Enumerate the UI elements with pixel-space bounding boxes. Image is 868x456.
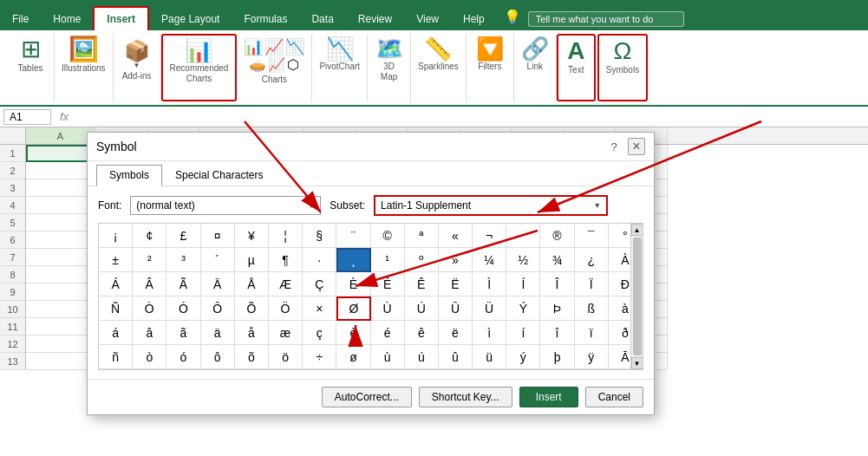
symbol-cell[interactable]: á <box>99 321 133 345</box>
symbol-cell[interactable]: ü <box>473 345 506 369</box>
symbol-cell[interactable]: § <box>303 224 336 248</box>
symbol-cell[interactable]: ô <box>201 345 235 369</box>
symbol-cell[interactable]: ® <box>540 224 574 248</box>
symbol-cell[interactable]: ê <box>405 321 439 345</box>
symbol-cell[interactable]: Ã <box>166 272 200 296</box>
group-filters[interactable]: 🔽 Filters <box>467 34 514 101</box>
symbol-cell[interactable]: Þ <box>540 296 574 321</box>
symbol-cell[interactable]: Ú <box>405 296 439 321</box>
symbol-cell[interactable]: ¶ <box>269 248 303 272</box>
symbol-cell[interactable]: þ <box>540 345 574 369</box>
shortcut-key-button[interactable]: Shortcut Key... <box>419 387 512 407</box>
symbol-cell[interactable]: Ä <box>201 272 235 296</box>
symbol-cell[interactable]: â <box>133 321 166 345</box>
symbol-cell[interactable]: ó <box>166 345 200 369</box>
symbol-cell[interactable]: ú <box>405 345 439 369</box>
symbol-cell[interactable]: Ü <box>473 296 506 321</box>
symbol-cell[interactable]: ï <box>575 321 609 345</box>
symbol-cell[interactable]: ë <box>439 321 473 345</box>
symbol-cell[interactable]: ³ <box>166 248 200 272</box>
symbol-cell[interactable]: È <box>336 272 370 296</box>
symbol-cell[interactable]: ¢ <box>133 224 166 248</box>
symbol-cell[interactable]: ò <box>133 345 166 369</box>
symbol-cell[interactable]: Ö <box>269 296 303 321</box>
tell-me-box[interactable]: Tell me what you want to do <box>528 11 684 27</box>
symbol-cell[interactable]: Ñ <box>99 296 133 321</box>
symbol-cell[interactable]: Á <box>99 272 133 296</box>
symbol-cell[interactable]: ÿ <box>575 345 609 369</box>
symbol-cell[interactable]: ù <box>371 345 405 369</box>
symbol-cell[interactable]: © <box>371 224 405 248</box>
group-pivotchart[interactable]: 📉 PivotChart <box>312 34 368 101</box>
symbol-cell[interactable]: Â <box>133 272 166 296</box>
cancel-button[interactable]: Cancel <box>585 387 643 407</box>
tab-help[interactable]: Help <box>451 8 497 30</box>
scrollbar-up-button[interactable]: ▲ <box>631 224 643 236</box>
close-button[interactable]: × <box>628 138 645 155</box>
symbol-cell[interactable]: Ê <box>405 272 439 296</box>
autocorrect-button[interactable]: AutoCorrect... <box>322 387 412 407</box>
symbol-cell[interactable]: Ù <box>371 296 405 321</box>
symbol-cell[interactable]: õ <box>235 345 269 369</box>
cell-reference-box[interactable]: A1 <box>3 109 51 125</box>
symbol-cell[interactable]: ä <box>201 321 235 345</box>
symbol-cell[interactable]: º <box>405 248 439 272</box>
group-link[interactable]: 🔗 Link <box>514 34 557 101</box>
symbol-cell[interactable]: æ <box>269 321 303 345</box>
tab-data[interactable]: Data <box>299 8 345 30</box>
symbol-cell[interactable]: ¨ <box>336 224 370 248</box>
group-charts[interactable]: 📊📈📉 🥧📈⬡ Charts <box>237 34 312 101</box>
cell-a7[interactable] <box>26 249 95 266</box>
symbol-cell[interactable]: ´ <box>201 248 235 272</box>
cell-a11[interactable] <box>26 318 95 335</box>
symbol-cell[interactable]: » <box>439 248 473 272</box>
symbol-cell[interactable]: Ç <box>303 272 336 296</box>
tab-file[interactable]: File <box>0 8 41 30</box>
symbol-cell[interactable]: Ì <box>473 272 506 296</box>
cell-a8[interactable] <box>26 266 95 283</box>
symbol-cell[interactable]: Ë <box>439 272 473 296</box>
symbol-cell[interactable]: ¹ <box>371 248 405 272</box>
symbol-cell[interactable]: Ô <box>201 296 235 321</box>
symbol-cell[interactable]: Í <box>506 272 540 296</box>
symbol-cell[interactable]: ± <box>99 248 133 272</box>
symbol-cell[interactable]: ñ <box>99 345 133 369</box>
group-3dmap[interactable]: 🗺️ 3DMap <box>368 34 411 101</box>
symbol-cell[interactable]: Ø <box>336 296 370 321</box>
symbol-cell[interactable]: £ <box>166 224 200 248</box>
symbol-cell[interactable]: å <box>235 321 269 345</box>
symbol-cell[interactable]: ý <box>506 345 540 369</box>
tab-page-layout[interactable]: Page Layout <box>149 8 232 30</box>
scrollbar-down-button[interactable]: ▼ <box>631 357 643 369</box>
group-sparklines[interactable]: 📏 Sparklines <box>411 34 467 101</box>
help-button[interactable]: ? <box>605 138 623 155</box>
group-recommended-charts[interactable]: 📊 RecommendedCharts <box>161 34 238 101</box>
symbol-cell[interactable]: ÷ <box>303 345 336 369</box>
symbol-cell[interactable]: Æ <box>269 272 303 296</box>
symbol-cell[interactable]: ¿ <box>575 248 609 272</box>
cell-a5[interactable] <box>26 214 95 231</box>
tab-home[interactable]: Home <box>41 8 93 30</box>
symbol-cell[interactable]: ¼ <box>473 248 506 272</box>
tab-special-characters[interactable]: Special Characters <box>162 165 276 186</box>
symbol-cell[interactable]: è <box>336 321 370 345</box>
tab-formulas[interactable]: Formulas <box>232 8 299 30</box>
symbol-cell[interactable]: ì <box>473 321 506 345</box>
cell-a13[interactable] <box>26 353 95 370</box>
cell-a6[interactable] <box>26 231 95 249</box>
symbol-cell[interactable]: Ï <box>575 272 609 296</box>
symbol-cell[interactable]: ç <box>303 321 336 345</box>
cell-a3[interactable] <box>26 179 95 197</box>
symbol-cell[interactable]: ¾ <box>540 248 574 272</box>
symbol-cell[interactable]: ¥ <box>235 224 269 248</box>
group-illustrations[interactable]: 🖼️ Illustrations <box>55 34 114 101</box>
symbol-cell[interactable]: í <box>506 321 540 345</box>
symbol-cell[interactable]: Ý <box>506 296 540 321</box>
symbol-cell[interactable]: î <box>540 321 574 345</box>
cell-a4[interactable] <box>26 197 95 214</box>
cell-a10[interactable] <box>26 301 95 318</box>
symbol-cell[interactable]: ¸ <box>336 248 370 272</box>
symbol-cell[interactable]: · <box>303 248 336 272</box>
tab-review[interactable]: Review <box>346 8 404 30</box>
symbol-cell[interactable]: ª <box>405 224 439 248</box>
